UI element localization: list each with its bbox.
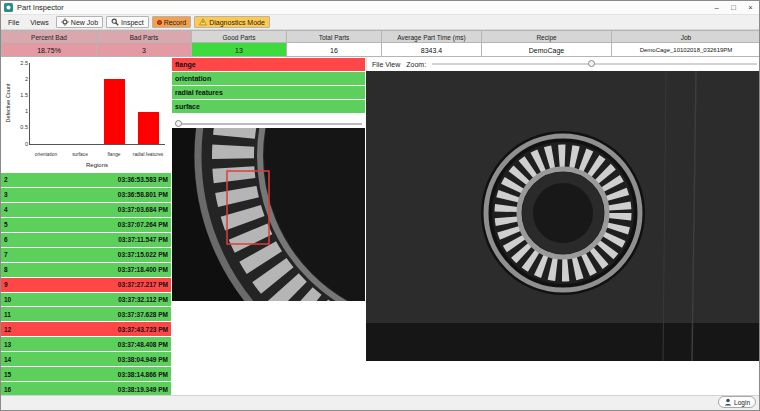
result-row-6[interactable]: 603:37:11.547 PM <box>1 233 171 247</box>
toolbar: File Views New Job Inspect Record <box>1 15 759 30</box>
result-row-time: 03:37:11.547 PM <box>118 236 168 243</box>
result-row-time: 03:38:19.349 PM <box>118 386 168 393</box>
region-zoom-slider[interactable] <box>175 120 362 128</box>
y-tick-1.5: 1.5 <box>20 93 30 99</box>
window-controls: – □ × <box>708 1 759 14</box>
result-row-id: 16 <box>4 386 11 393</box>
record-icon <box>157 20 162 25</box>
result-row-2[interactable]: 203:36:53.583 PM <box>1 173 171 187</box>
x-tick-label-flange: flange <box>97 152 131 157</box>
bar-slot-flange <box>98 63 132 144</box>
part-image-viewer[interactable] <box>366 71 760 361</box>
result-row-time: 03:37:15.022 PM <box>118 251 168 258</box>
result-row-id: 13 <box>4 341 11 348</box>
region-button-radial-features[interactable]: radial features <box>172 86 365 99</box>
result-row-id: 2 <box>4 176 8 183</box>
maximize-button[interactable]: □ <box>725 1 742 14</box>
result-row-time: 03:38:14.866 PM <box>118 371 168 378</box>
slider-thumb[interactable] <box>588 60 595 67</box>
result-row-id: 6 <box>4 236 8 243</box>
stat-header-bad-parts: Bad Parts <box>96 30 191 43</box>
region-button-surface[interactable]: surface <box>172 100 365 113</box>
result-row-time: 03:36:58.801 PM <box>118 191 168 198</box>
result-row-15[interactable]: 1503:38:14.866 PM <box>1 367 171 381</box>
result-row-9[interactable]: 903:37:27.217 PM <box>1 278 171 292</box>
chart-x-axis-title: Regions <box>29 162 165 168</box>
stats-table: Percent BadBad PartsGood PartsTotal Part… <box>1 30 760 57</box>
y-tick-2.5: 2.5 <box>20 60 30 66</box>
result-row-time: 03:37:03.684 PM <box>118 206 168 213</box>
record-button[interactable]: Record <box>152 16 192 28</box>
result-row-3[interactable]: 303:36:58.801 PM <box>1 188 171 202</box>
viewer-zoom-slider[interactable] <box>432 57 757 71</box>
titlebar: Part Inspector – □ × <box>1 1 759 15</box>
chart-y-axis-title: Defective Count <box>5 68 11 138</box>
minimize-button[interactable]: – <box>708 1 725 14</box>
result-row-id: 3 <box>4 191 8 198</box>
x-tick-label-surface: surface <box>63 152 97 157</box>
result-row-id: 5 <box>4 221 8 228</box>
x-tick-label-radial-features: radial features <box>131 152 165 157</box>
close-button[interactable]: × <box>742 1 759 14</box>
bearing-crop-render <box>172 128 365 301</box>
result-row-id: 9 <box>4 281 8 288</box>
chart-plot-area: 00.511.522.5 <box>29 63 165 145</box>
stat-header-job: Job <box>611 30 760 43</box>
result-row-id: 10 <box>4 296 11 303</box>
result-row-time: 03:37:18.400 PM <box>118 266 168 273</box>
y-tick-0.5: 0.5 <box>20 125 30 131</box>
stat-header-recipe: Recipe <box>481 30 611 43</box>
file-view-button[interactable]: File View <box>372 61 400 68</box>
region-crop-image[interactable] <box>172 128 365 301</box>
result-row-7[interactable]: 703:37:15.022 PM <box>1 248 171 262</box>
bar-slot-radial-features <box>131 63 165 144</box>
stat-header-good-parts: Good Parts <box>191 30 286 43</box>
slider-thumb[interactable] <box>175 120 182 127</box>
region-button-orientation[interactable]: orientation <box>172 72 365 85</box>
result-row-16[interactable]: 1603:38:19.349 PM <box>1 382 171 396</box>
result-row-5[interactable]: 503:37:07.264 PM <box>1 218 171 232</box>
inspect-button[interactable]: Inspect <box>106 16 149 28</box>
chart-bars <box>30 63 165 144</box>
result-row-time: 03:37:07.264 PM <box>118 221 168 228</box>
result-row-8[interactable]: 803:37:18.400 PM <box>1 263 171 277</box>
stat-value-job: DemoCage_10102018_032619PM <box>611 43 760 57</box>
result-row-id: 12 <box>4 326 11 333</box>
new-job-button[interactable]: New Job <box>56 16 103 28</box>
app-icon <box>4 3 13 12</box>
diagnostics-mode-label: Diagnostics Mode <box>209 19 265 26</box>
result-row-12[interactable]: 1203:37:43.723 PM <box>1 322 171 336</box>
result-row-11[interactable]: 1103:37:37.628 PM <box>1 307 171 321</box>
region-button-flange[interactable]: flange <box>172 58 365 71</box>
result-row-13[interactable]: 1303:37:48.408 PM <box>1 337 171 351</box>
stat-value-average-part-time-ms-: 8343.4 <box>381 43 481 57</box>
x-tick-label-orientation: orientation <box>29 152 63 157</box>
result-row-time: 03:38:04.949 PM <box>118 356 168 363</box>
diagnostics-mode-button[interactable]: Diagnostics Mode <box>194 16 270 28</box>
bearing-image-render <box>366 71 760 361</box>
viewer-toolbar: File View Zoom: <box>366 57 760 71</box>
warning-triangle-icon <box>199 18 207 26</box>
stat-value-bad-parts: 3 <box>96 43 191 57</box>
bar-flange <box>104 79 125 144</box>
status-bar: Login <box>1 395 759 410</box>
result-row-time: 03:37:37.628 PM <box>118 311 168 318</box>
result-row-10[interactable]: 1003:37:32.112 PM <box>1 293 171 307</box>
person-icon <box>724 398 732 406</box>
menu-views[interactable]: Views <box>26 18 53 27</box>
result-row-time: 03:36:53.583 PM <box>118 176 168 183</box>
result-row-id: 7 <box>4 251 8 258</box>
result-row-time: 03:37:43.723 PM <box>118 326 168 333</box>
result-row-14[interactable]: 1403:38:04.949 PM <box>1 352 171 366</box>
slider-track[interactable] <box>175 123 362 125</box>
login-label: Login <box>734 399 750 406</box>
menu-file[interactable]: File <box>4 18 23 27</box>
result-row-id: 15 <box>4 371 11 378</box>
stats-value-row: 18.75%313168343.4DemoCageDemoCage_101020… <box>1 43 760 57</box>
login-button[interactable]: Login <box>718 396 756 408</box>
stat-header-percent-bad: Percent Bad <box>1 30 96 43</box>
result-row-4[interactable]: 403:37:03.684 PM <box>1 203 171 217</box>
stat-value-recipe: DemoCage <box>481 43 611 57</box>
record-label: Record <box>164 19 187 26</box>
result-row-time: 03:37:32.112 PM <box>118 296 168 303</box>
